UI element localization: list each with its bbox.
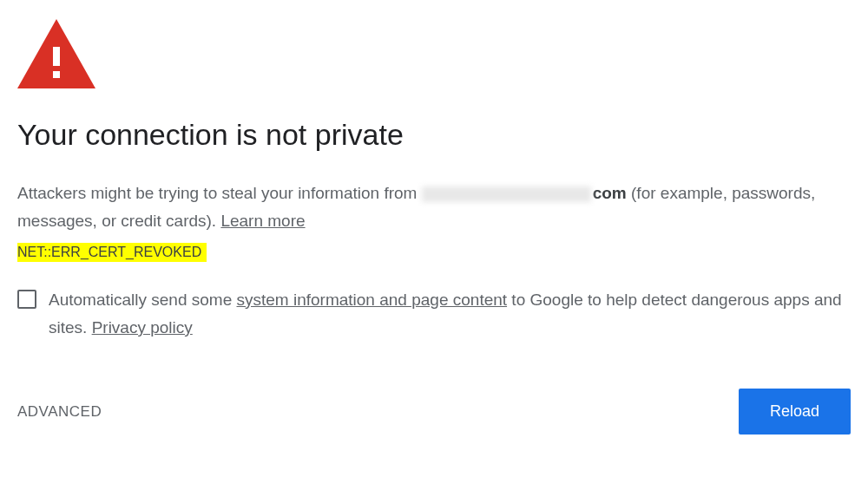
privacy-policy-link[interactable]: Privacy policy [92,318,193,337]
warning-description: Attackers might be trying to steal your … [17,180,851,236]
page-title: Your connection is not private [17,118,851,152]
error-code: NET::ERR_CERT_REVOKED [17,243,207,262]
svg-rect-2 [53,71,60,78]
reporting-checkbox-row: Automatically send some system informati… [17,286,851,343]
redacted-domain [422,186,591,202]
reload-button[interactable]: Reload [739,389,851,435]
reporting-checkbox-label: Automatically send some system informati… [49,286,851,343]
system-info-link[interactable]: system information and page content [237,291,508,309]
warning-text-prefix: Attackers might be trying to steal your … [17,184,422,202]
learn-more-link[interactable]: Learn more [220,212,305,230]
reporting-checkbox[interactable] [17,290,36,309]
advanced-button[interactable]: ADVANCED [17,403,102,421]
domain-suffix: com [593,184,627,202]
checkbox-text-prefix: Automatically send some [49,291,237,309]
warning-triangle-icon [17,19,851,92]
svg-rect-1 [53,47,60,66]
action-row: ADVANCED Reload [17,389,851,435]
